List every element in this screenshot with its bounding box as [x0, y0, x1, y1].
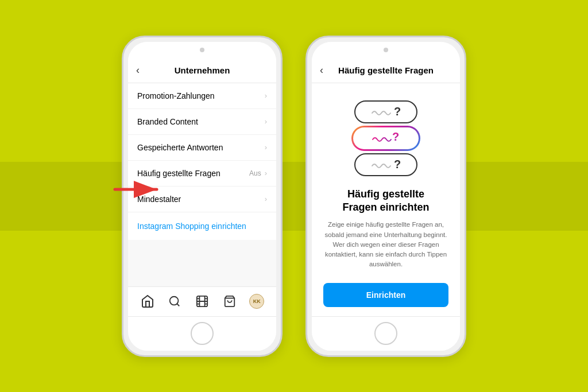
shopping-link-text: Instagram Shopping einrichten: [137, 222, 246, 231]
menu-item-shopping[interactable]: Instagram Shopping einrichten: [128, 212, 276, 240]
left-phone-bottom-bar: [128, 316, 276, 351]
faq-illustration: ?: [351, 100, 420, 176]
qmark-3: ?: [394, 158, 401, 171]
left-bottom-nav: KK: [128, 286, 276, 316]
faq-screen: ?: [312, 83, 460, 316]
phones-container: ‹ Unternehmen Promotion-Zahlungen › Bran…: [122, 36, 466, 357]
menu-item-faq-right: Aus ›: [249, 169, 267, 177]
qmark-2: ?: [392, 130, 400, 146]
chevron-icon-2: ›: [265, 117, 267, 126]
shop-nav-icon[interactable]: [222, 294, 237, 309]
menu-item-saved-right: ›: [265, 143, 267, 152]
right-camera-dot: [384, 48, 388, 52]
right-nav-title: Häufig gestellte Fragen: [338, 65, 434, 75]
right-phone-top-bar: [312, 42, 460, 58]
right-phone-inner: ‹ Häufig gestellte Fragen ?: [312, 42, 460, 351]
right-phone-bottom-bar: [312, 316, 460, 351]
menu-item-saved[interactable]: Gespeicherte Antworten ›: [128, 135, 276, 161]
chevron-icon-4: ›: [265, 169, 267, 177]
menu-item-faq-label: Häufig gestellte Fragen: [137, 169, 220, 178]
squiggle-icon-1: [371, 108, 392, 115]
right-phone: ‹ Häufig gestellte Fragen ?: [305, 36, 466, 357]
chevron-icon-3: ›: [265, 143, 267, 152]
chevron-icon-5: ›: [265, 195, 267, 203]
qmark-1: ?: [394, 105, 401, 118]
menu-item-branded-label: Branded Content: [137, 117, 198, 126]
profile-initials: KK: [253, 298, 261, 304]
search-nav-icon[interactable]: [167, 294, 182, 309]
right-nav-bar: ‹ Häufig gestellte Fragen: [312, 58, 460, 83]
squiggle-icon-3: [371, 161, 392, 168]
menu-item-saved-label: Gespeicherte Antworten: [137, 143, 223, 152]
camera-dot: [200, 48, 204, 52]
left-nav-bar: ‹ Unternehmen: [128, 58, 276, 83]
left-phone-top-bar: [128, 42, 276, 58]
faq-status-badge: Aus: [249, 169, 261, 177]
chevron-icon: ›: [265, 91, 267, 100]
left-nav-title: Unternehmen: [175, 65, 230, 75]
squiggle-icon-2: [372, 135, 392, 142]
home-nav-icon[interactable]: [140, 294, 155, 309]
arrow-icon: [112, 179, 164, 200]
menu-item-branded-right: ›: [265, 117, 267, 126]
faq-bubble-3: ?: [354, 153, 417, 176]
menu-item-branded[interactable]: Branded Content ›: [128, 109, 276, 135]
menu-item-promotion[interactable]: Promotion-Zahlungen ›: [128, 83, 276, 109]
reels-nav-icon[interactable]: [195, 294, 210, 309]
left-back-button[interactable]: ‹: [136, 64, 140, 76]
faq-bubble-2-inner: ?: [353, 127, 419, 149]
faq-bubble-2: ?: [351, 126, 420, 151]
right-home-button[interactable]: [374, 322, 397, 345]
right-screen: ‹ Häufig gestellte Fragen ?: [312, 58, 460, 316]
menu-item-promotion-label: Promotion-Zahlungen: [137, 91, 215, 100]
left-home-button[interactable]: [191, 322, 214, 345]
faq-description: Zeige einige häufig gestellte Fragen an,…: [323, 220, 448, 269]
faq-main-title: Häufig gestellte Fragen einrichten: [342, 188, 429, 215]
menu-item-age-right: ›: [265, 195, 267, 203]
svg-text:?: ?: [392, 130, 399, 143]
right-back-button[interactable]: ‹: [320, 64, 323, 76]
profile-nav-avatar[interactable]: KK: [249, 294, 264, 309]
setup-button[interactable]: Einrichten: [323, 283, 448, 307]
svg-line-3: [177, 304, 180, 306]
svg-point-2: [170, 297, 179, 305]
menu-item-promotion-right: ›: [265, 91, 267, 100]
faq-bubble-1: ?: [354, 100, 417, 123]
